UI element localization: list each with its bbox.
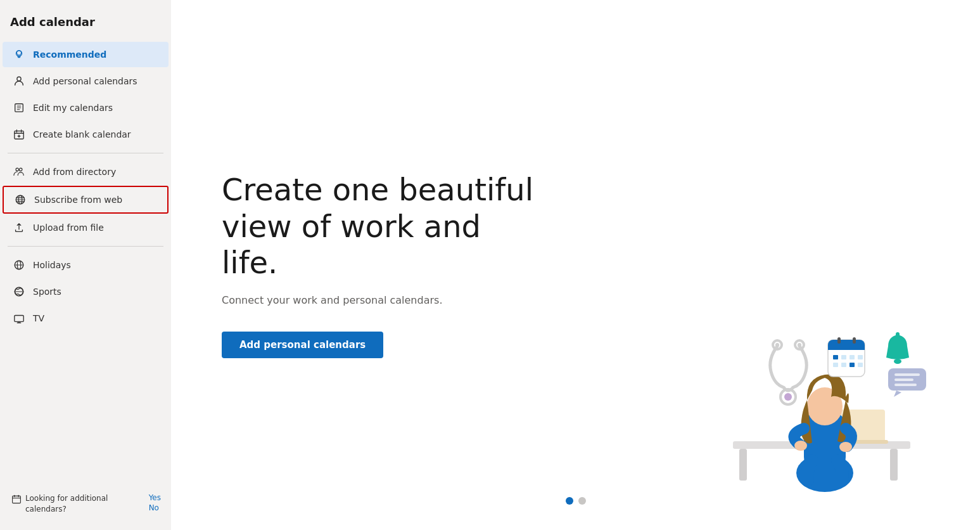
svg-rect-29 [841, 355, 846, 359]
sidebar-item-label-recommended: Recommended [33, 49, 106, 60]
bulb-icon [13, 48, 25, 61]
svg-rect-43 [894, 384, 917, 386]
tv-icon [13, 312, 25, 325]
sidebar-item-label-sports: Sports [33, 287, 61, 297]
sidebar-item-label-create-blank: Create blank calendar [33, 129, 131, 139]
sidebar-title: Add calendar [0, 10, 171, 41]
svg-point-49 [798, 343, 801, 347]
sidebar: Add calendar Recommended Add personal ca… [0, 0, 171, 530]
svg-rect-14 [18, 495, 19, 497]
svg-rect-28 [833, 355, 838, 359]
svg-rect-31 [858, 355, 863, 359]
svg-rect-39 [896, 332, 900, 337]
people-icon [13, 165, 25, 178]
globe-icon [13, 259, 25, 271]
svg-rect-16 [739, 449, 747, 481]
sidebar-item-add-directory[interactable]: Add from directory [3, 159, 169, 184]
footer-yes-link[interactable]: Yes [149, 493, 161, 502]
content-area: Create one beautiful view of work and li… [171, 0, 980, 530]
svg-point-38 [894, 359, 901, 364]
svg-rect-13 [14, 495, 15, 497]
question-icon [10, 493, 23, 506]
main-headline: Create one beautiful view of work and li… [222, 172, 538, 281]
sidebar-item-label-edit-calendars: Edit my calendars [33, 103, 113, 113]
sports-icon [13, 285, 25, 298]
sidebar-item-label-tv: TV [33, 313, 44, 323]
sidebar-item-subscribe-web[interactable]: Subscribe from web [3, 186, 169, 214]
web-icon [14, 193, 27, 206]
illustration [701, 289, 942, 492]
pagination-dot-2[interactable] [578, 497, 586, 505]
sidebar-footer: Looking for additional calendars? Yes No [0, 488, 171, 520]
upload-icon [13, 221, 25, 234]
add-personal-calendars-button[interactable]: Add personal calendars [222, 332, 383, 358]
svg-rect-34 [850, 363, 855, 367]
svg-rect-11 [15, 316, 23, 322]
svg-rect-27 [828, 345, 865, 350]
sidebar-item-edit-calendars[interactable]: Edit my calendars [3, 95, 169, 120]
sidebar-item-label-subscribe-web: Subscribe from web [34, 195, 122, 205]
edit-icon [13, 101, 25, 114]
footer-text: Looking for additional calendars? [25, 493, 146, 515]
svg-point-24 [839, 442, 852, 452]
sidebar-item-sports[interactable]: Sports [3, 279, 169, 304]
sidebar-item-add-personal[interactable]: Add personal calendars [3, 68, 169, 94]
sidebar-divider-1 [8, 153, 163, 153]
svg-rect-17 [890, 449, 898, 481]
svg-point-5 [19, 168, 22, 171]
svg-rect-41 [894, 373, 920, 376]
svg-rect-12 [13, 496, 21, 503]
pagination-dot-1[interactable] [566, 497, 573, 505]
svg-point-1 [17, 77, 21, 81]
svg-rect-30 [850, 355, 855, 359]
sidebar-item-holidays[interactable]: Holidays [3, 252, 169, 278]
sidebar-item-label-upload-file: Upload from file [33, 223, 104, 233]
sidebar-item-label-add-personal: Add personal calendars [33, 76, 137, 86]
svg-point-23 [794, 441, 807, 451]
svg-rect-42 [894, 378, 913, 381]
footer-links: Yes No [149, 493, 161, 512]
svg-point-4 [16, 168, 19, 171]
sidebar-item-upload-file[interactable]: Upload from file [3, 215, 169, 240]
sidebar-item-tv[interactable]: TV [3, 306, 169, 331]
calendar-add-icon [13, 128, 25, 141]
svg-point-48 [775, 343, 779, 347]
svg-rect-36 [837, 337, 841, 344]
person-icon [13, 75, 25, 87]
svg-rect-32 [833, 363, 838, 367]
svg-point-45 [784, 393, 792, 401]
sidebar-divider-2 [8, 246, 163, 247]
footer-no-link[interactable]: No [149, 503, 161, 512]
svg-rect-37 [853, 337, 856, 344]
svg-rect-35 [858, 363, 863, 367]
sidebar-item-recommended[interactable]: Recommended [3, 42, 169, 67]
main-content: Create one beautiful view of work and li… [171, 0, 980, 530]
svg-rect-33 [841, 363, 846, 367]
sidebar-item-create-blank[interactable]: Create blank calendar [3, 122, 169, 147]
pagination-dots [553, 484, 599, 517]
sidebar-item-label-add-directory: Add from directory [33, 167, 116, 177]
sidebar-item-label-holidays: Holidays [33, 260, 71, 270]
